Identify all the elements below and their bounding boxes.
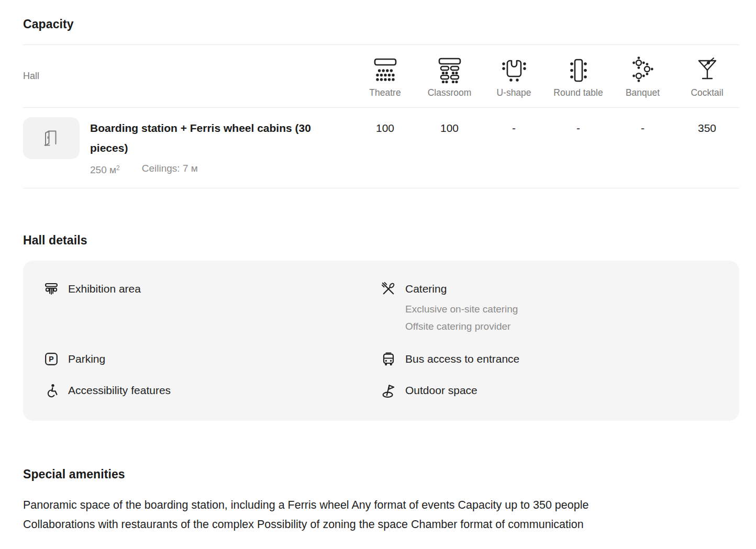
column-header-ushape: U-shape: [482, 54, 546, 98]
column-header-classroom: Classroom: [417, 54, 482, 98]
feature-catering: Catering Exclusive on-site catering Offs…: [381, 282, 718, 335]
column-label: Cocktail: [691, 87, 723, 98]
hall-row[interactable]: Boarding station + Ferris wheel cabins (…: [23, 108, 739, 188]
banquet-seating-icon: [628, 54, 658, 84]
bus-icon: [381, 352, 396, 366]
round-table-seating-icon: [565, 54, 592, 84]
hall-details-title: Hall details: [23, 232, 739, 248]
hall-ceilings: Ceilings: 7 м: [142, 161, 198, 177]
u-shape-seating-icon: [498, 54, 530, 84]
capacity-value-ushape: -: [482, 118, 546, 135]
column-label: Theatre: [369, 87, 401, 98]
catering-sub-item: Offsite catering provider: [405, 318, 718, 335]
column-label: Classroom: [428, 87, 472, 98]
column-header-roundtable: Round table: [546, 54, 610, 98]
hall-column-header: Hall: [23, 71, 353, 82]
theatre-seating-icon: [370, 54, 401, 84]
catering-sub-item: Exclusive on-site catering: [405, 300, 718, 318]
exhibition-area-icon: [44, 282, 59, 296]
special-amenities-text: Panoramic space of the boarding station,…: [23, 496, 657, 534]
feature-label: Accessibility features: [68, 383, 171, 398]
door-icon: [40, 127, 63, 150]
capacity-value-roundtable: -: [546, 118, 610, 135]
capacity-page: Capacity Hall Theatre: [0, 0, 756, 534]
hall-details-grid: Exhibition area: [44, 282, 718, 398]
parking-icon: P: [44, 352, 59, 366]
capacity-section-title: Capacity: [23, 0, 739, 32]
feature-label: Bus access to entrance: [405, 352, 519, 366]
column-header-banquet: Banquet: [610, 54, 675, 98]
feature-label: Parking: [68, 352, 105, 366]
hall-info-block: Boarding station + Ferris wheel cabins (…: [90, 118, 352, 177]
feature-exhibition-area: Exhibition area: [44, 282, 381, 296]
feature-label: Exhibition area: [68, 282, 141, 296]
accessibility-icon: [44, 383, 59, 398]
hall-area: 250 м2: [90, 161, 120, 177]
divider: [23, 188, 739, 188]
hall-details-box: Exhibition area: [23, 261, 739, 421]
hall-name[interactable]: Boarding station + Ferris wheel cabins (…: [90, 118, 352, 158]
svg-text:P: P: [49, 355, 53, 363]
feature-outdoor-space: Outdoor space: [381, 383, 718, 398]
column-label: U-shape: [496, 87, 531, 98]
column-header-cocktail: Cocktail: [675, 54, 739, 98]
column-label: Banquet: [626, 87, 660, 98]
catering-icon: [381, 282, 396, 296]
hall-thumbnail: [23, 117, 80, 159]
hall-meta: 250 м2 Ceilings: 7 м: [90, 161, 352, 177]
feature-label: Outdoor space: [405, 383, 477, 398]
capacity-value-cocktail: 350: [675, 118, 739, 135]
catering-sub-items: Exclusive on-site catering Offsite cater…: [405, 300, 718, 335]
hall-row-info: Boarding station + Ferris wheel cabins (…: [23, 118, 353, 177]
cocktail-seating-icon: [694, 54, 721, 84]
column-header-theatre: Theatre: [353, 54, 417, 98]
capacity-value-theatre: 100: [353, 118, 417, 135]
capacity-value-classroom: 100: [417, 118, 482, 135]
feature-parking: P Parking: [44, 352, 381, 366]
special-amenities-title: Special amenities: [23, 466, 739, 482]
feature-bus-access: Bus access to entrance: [381, 352, 718, 366]
classroom-seating-icon: [434, 54, 465, 84]
capacity-value-banquet: -: [610, 118, 675, 135]
column-label: Round table: [553, 87, 603, 98]
outdoor-space-icon: [381, 383, 396, 398]
capacity-table-header: Hall Theatre: [23, 45, 739, 107]
feature-accessibility: Accessibility features: [44, 383, 381, 398]
feature-label: Catering: [405, 282, 447, 296]
